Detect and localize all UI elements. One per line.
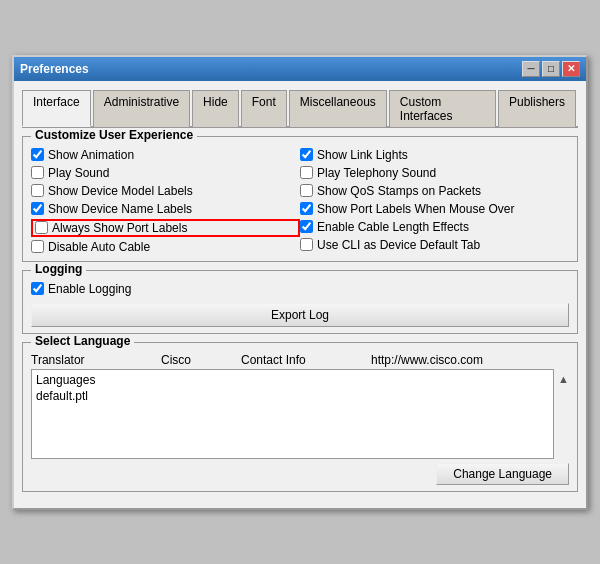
tab-hide[interactable]: Hide [192, 90, 239, 127]
always-show-port-row: Always Show Port Labels [31, 219, 300, 237]
tab-font[interactable]: Font [241, 90, 287, 127]
language-table-header: Translator Cisco Contact Info http://www… [31, 353, 569, 369]
right-options: Show Link Lights Play Telephony Sound Sh… [300, 147, 569, 255]
tab-administrative[interactable]: Administrative [93, 90, 190, 127]
lang-col-contact: Contact Info [241, 353, 371, 367]
window-title: Preferences [20, 62, 89, 76]
play-sound-label[interactable]: Play Sound [48, 166, 109, 180]
play-sound-row: Play Sound [31, 165, 300, 181]
list-item[interactable]: Languages [34, 372, 551, 388]
show-device-name-label[interactable]: Show Device Name Labels [48, 202, 192, 216]
enable-cable-length-checkbox[interactable] [300, 220, 313, 233]
show-animation-row: Show Animation [31, 147, 300, 163]
preferences-window: Preferences ─ □ ✕ Interface Administrati… [12, 55, 588, 510]
use-cli-checkbox[interactable] [300, 238, 313, 251]
title-bar: Preferences ─ □ ✕ [14, 57, 586, 81]
play-sound-checkbox[interactable] [31, 166, 44, 179]
enable-cable-length-row: Enable Cable Length Effects [300, 219, 569, 235]
show-port-labels-label[interactable]: Show Port Labels When Mouse Over [317, 202, 514, 216]
logging-group: Logging Enable Logging Export Log [22, 270, 578, 334]
title-bar-controls: ─ □ ✕ [522, 61, 580, 77]
use-cli-label[interactable]: Use CLI as Device Default Tab [317, 238, 480, 252]
arrow-indicator: ▲ [558, 373, 569, 385]
show-link-lights-row: Show Link Lights [300, 147, 569, 163]
show-qos-row: Show QoS Stamps on Packets [300, 183, 569, 199]
always-show-port-label[interactable]: Always Show Port Labels [52, 221, 187, 235]
list-item[interactable]: default.ptl [34, 388, 551, 404]
language-list[interactable]: Languages default.ptl [31, 369, 554, 459]
tab-bar: Interface Administrative Hide Font Misce… [22, 89, 578, 128]
play-telephony-label[interactable]: Play Telephony Sound [317, 166, 436, 180]
use-cli-row: Use CLI as Device Default Tab [300, 237, 569, 253]
enable-logging-label[interactable]: Enable Logging [48, 282, 131, 296]
tab-publishers[interactable]: Publishers [498, 90, 576, 127]
show-port-labels-checkbox[interactable] [300, 202, 313, 215]
play-telephony-checkbox[interactable] [300, 166, 313, 179]
show-device-model-label[interactable]: Show Device Model Labels [48, 184, 193, 198]
show-device-model-row: Show Device Model Labels [31, 183, 300, 199]
show-device-name-row: Show Device Name Labels [31, 201, 300, 217]
customize-group: Customize User Experience Show Animation… [22, 136, 578, 262]
language-group-label: Select Language [31, 334, 134, 348]
change-language-button[interactable]: Change Language [436, 463, 569, 485]
show-animation-label[interactable]: Show Animation [48, 148, 134, 162]
disable-auto-cable-checkbox[interactable] [31, 240, 44, 253]
window-body: Interface Administrative Hide Font Misce… [14, 81, 586, 508]
export-log-button[interactable]: Export Log [31, 303, 569, 327]
enable-logging-checkbox[interactable] [31, 282, 44, 295]
enable-logging-row: Enable Logging [31, 281, 569, 297]
enable-cable-length-label[interactable]: Enable Cable Length Effects [317, 220, 469, 234]
show-link-lights-label[interactable]: Show Link Lights [317, 148, 408, 162]
language-group: Select Language Translator Cisco Contact… [22, 342, 578, 492]
lang-col-url: http://www.cisco.com [371, 353, 569, 367]
left-options: Show Animation Play Sound Show Device Mo… [31, 147, 300, 255]
close-button[interactable]: ✕ [562, 61, 580, 77]
minimize-button[interactable]: ─ [522, 61, 540, 77]
show-qos-checkbox[interactable] [300, 184, 313, 197]
customize-group-label: Customize User Experience [31, 128, 197, 142]
show-device-name-checkbox[interactable] [31, 202, 44, 215]
play-telephony-row: Play Telephony Sound [300, 165, 569, 181]
show-device-model-checkbox[interactable] [31, 184, 44, 197]
show-qos-label[interactable]: Show QoS Stamps on Packets [317, 184, 481, 198]
show-port-labels-row: Show Port Labels When Mouse Over [300, 201, 569, 217]
disable-auto-cable-label[interactable]: Disable Auto Cable [48, 240, 150, 254]
lang-col-translator: Translator [31, 353, 161, 367]
maximize-button[interactable]: □ [542, 61, 560, 77]
customize-options: Show Animation Play Sound Show Device Mo… [31, 147, 569, 255]
tab-miscellaneous[interactable]: Miscellaneous [289, 90, 387, 127]
change-language-area: Change Language [31, 463, 569, 485]
tab-interface[interactable]: Interface [22, 90, 91, 127]
show-link-lights-checkbox[interactable] [300, 148, 313, 161]
tab-custom-interfaces[interactable]: Custom Interfaces [389, 90, 496, 127]
always-show-port-checkbox[interactable] [35, 221, 48, 234]
logging-group-label: Logging [31, 262, 86, 276]
show-animation-checkbox[interactable] [31, 148, 44, 161]
lang-col-cisco: Cisco [161, 353, 241, 367]
disable-auto-cable-row: Disable Auto Cable [31, 239, 300, 255]
